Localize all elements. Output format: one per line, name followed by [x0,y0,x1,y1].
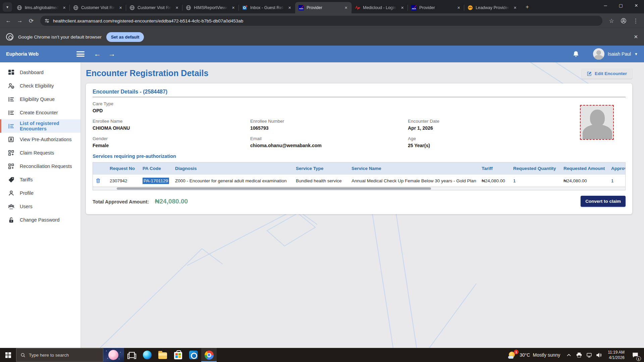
field-value: 25 Year(s) [408,143,566,148]
browser-tab[interactable]: Inbox - Guest Relation✕ [239,2,295,13]
infobar-close-icon[interactable]: ✕ [634,34,638,40]
menu-hamburger-icon[interactable] [76,51,85,57]
delete-row-icon[interactable] [96,178,104,183]
browser-toolbar: ← → ⟳ healthclient.axamansard.com/regist… [0,13,644,28]
sidebar-item-label: Reconciliation Requests [20,164,72,169]
sidebar-item-label: List of registered Encounters [20,121,80,131]
cell-tariff: ₦24,080.00 [479,175,511,187]
start-button[interactable] [0,348,16,362]
menu-icon[interactable]: ⋮ [631,16,641,26]
user-menu[interactable]: Isaiah Paul ▼ [593,48,638,60]
clock-time: 11:19 AM [608,350,625,355]
tab-close-icon[interactable]: ✕ [512,5,518,11]
scrollbar-thumb[interactable] [117,187,431,190]
action-center-button[interactable]: 1 [629,352,642,358]
convert-to-claim-button[interactable]: Convert to claim [581,196,626,207]
reload-button[interactable]: ⟳ [26,16,36,26]
sidebar-item-claim-requests[interactable]: Claim Requests [0,146,80,160]
sidebar-item-profile[interactable]: Profile [0,186,80,200]
store-taskbar-button[interactable] [170,348,186,362]
field-label: Gender [93,136,250,141]
tab-search-button[interactable]: ▾ [3,2,12,12]
sidebar-item-list-of-registered-encounters[interactable]: List of registered Encounters [0,119,80,133]
person-icon [8,190,14,196]
forward-button[interactable]: → [15,16,25,26]
tab-close-icon[interactable]: ✕ [399,5,405,11]
cell-requested-quantity: 1 [511,175,561,187]
close-button[interactable]: ✕ [629,0,644,11]
minimize-button[interactable]: ─ [598,0,613,11]
task-view-button[interactable] [124,348,140,362]
sidebar-item-label: Tariffs [20,177,33,182]
browser-tab[interactable]: HIMSReportViewer.as✕ [182,2,239,13]
user-name: Isaiah Paul [608,51,631,57]
notifications-bell-icon[interactable] [572,50,580,58]
printer-tray-icon[interactable] [574,352,584,358]
volume-tray-icon[interactable] [594,353,604,358]
column-header: Service Type [293,163,349,175]
sidebar-item-check-eligibility[interactable]: Check Eligibility [0,79,80,93]
total-approved-label: Total Approved Amount: [93,199,149,204]
back-button[interactable]: ← [3,16,13,26]
sidebar-item-change-password[interactable]: Change Password [0,213,80,227]
tab-close-icon[interactable]: ✕ [61,5,67,11]
tab-title: Medicloud - Login [363,5,397,10]
sidebar-item-view-pre-authorizations[interactable]: View Pre-Authorizations [0,133,80,146]
address-bar[interactable]: healthclient.axamansard.com/registered-e… [40,16,602,26]
sidebar-item-reconciliation-requests[interactable]: Reconciliation Requests [0,160,80,173]
browser-tab[interactable]: Customer Visit Regist✕ [70,2,126,13]
windows-taskbar: Type here to search 1 30°C Mostly sunny [0,348,644,362]
show-hidden-icons-chevron[interactable] [564,354,574,356]
network-tray-icon[interactable] [584,353,594,358]
sidebar-item-eligibility-queue[interactable]: Eligibility Queue [0,93,80,106]
maximize-button[interactable]: ▢ [613,0,629,11]
taskbar-weather[interactable]: 1 30°C Mostly sunny [505,351,564,359]
taskbar-search-input[interactable]: Type here to search [16,348,103,362]
main-content: Encounter Registration Details Edit Enco… [80,62,644,348]
svg-text:AXA: AXA [412,7,416,10]
set-as-default-button[interactable]: Set as default [106,32,144,42]
tab-close-icon[interactable]: ✕ [118,5,123,11]
tab-close-icon[interactable]: ✕ [456,5,462,11]
browser-tab[interactable]: Leadway Provider Ne✕ [464,2,521,13]
file-explorer-taskbar-button[interactable] [155,348,170,362]
sidebar-item-users[interactable]: Users [0,200,80,213]
column-header: Requested Amount [561,163,608,175]
nav-back-arrow-icon[interactable]: ← [94,50,101,58]
sidebar-item-dashboard[interactable]: Dashboard [0,66,80,79]
app-brand[interactable]: Euphoria Web [6,51,76,57]
pa-code-selected-text[interactable]: PA-1701129 [143,178,169,184]
task-view-icon [129,352,135,358]
field-age: Age25 Year(s) [408,136,566,148]
tab-title: Leadway Provider Ne [476,5,509,10]
taskbar-clock[interactable]: 11:19 AM 4/1/2026 [604,350,628,360]
table-horizontal-scrollbar[interactable] [93,187,626,190]
edge-taskbar-button[interactable] [140,348,155,362]
widgets-weather-art[interactable] [103,348,124,362]
tab-close-icon[interactable]: ✕ [230,5,236,11]
chrome-taskbar-button[interactable] [201,348,217,362]
field-enrollee-number: Enrollee Number1065793 [250,119,408,131]
edit-encounter-button[interactable]: Edit Encounter [582,68,632,79]
window-controls: ─ ▢ ✕ [598,0,644,11]
sidebar-item-create-encounter[interactable]: Create Encounter [0,106,80,119]
nav-forward-arrow-icon[interactable]: → [108,50,115,58]
profile-icon[interactable] [619,16,629,26]
tab-close-icon[interactable]: ✕ [174,5,180,11]
bookmark-star-icon[interactable]: ☆ [606,16,616,26]
chrome-icon [205,351,214,360]
new-tab-button[interactable]: + [523,2,532,12]
sidebar-item-label: View Pre-Authorizations [20,137,71,142]
browser-tab[interactable]: AXAProvider✕ [408,2,464,13]
browser-tab[interactable]: Customer Visit Regist✕ [126,2,182,13]
tab-close-icon[interactable]: ✕ [287,5,292,11]
sidebar-item-tariffs[interactable]: Tariffs [0,173,80,186]
browser-tab[interactable]: Medicloud - Login✕ [352,2,408,13]
tab-close-icon[interactable]: ✕ [343,5,349,11]
cell-request-no: 2307942 [107,175,140,187]
browser-tab[interactable]: lims.afriglobalmedica✕ [13,2,70,13]
site-settings-icon[interactable] [44,18,50,23]
browser-tab[interactable]: AXAProvider✕ [295,2,352,13]
outlook-taskbar-button[interactable] [186,348,201,362]
cell-service-type: Bundled health service [293,175,349,187]
